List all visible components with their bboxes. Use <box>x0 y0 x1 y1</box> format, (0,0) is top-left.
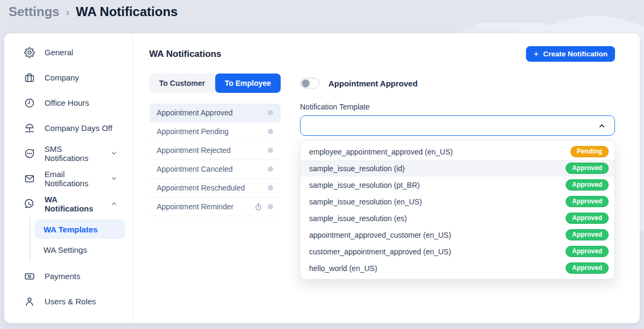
notification-name: Appointment Approved <box>328 79 418 88</box>
chat-bubble-icon <box>24 148 35 159</box>
list-item-appointment-rescheduled[interactable]: Appointment Rescheduled <box>149 179 281 198</box>
list-item-label: Appointment Reminder <box>157 202 233 211</box>
settings-card: General Company Office Hours Company Day… <box>4 33 640 323</box>
stopwatch-icon <box>254 203 262 211</box>
dropdown-option[interactable]: employee_appointment_approved (en_US) Pe… <box>301 143 614 160</box>
list-item-label: Appointment Rescheduled <box>157 184 245 192</box>
audience-tabbar: To Customer To Employee <box>149 74 281 93</box>
sidebar-item-label: Payments <box>45 272 80 281</box>
sidebar-item-email-notifications[interactable]: Email Notifications <box>4 166 133 191</box>
sidebar-item-label: Company Days Off <box>45 123 112 133</box>
enable-toggle[interactable] <box>300 78 320 89</box>
beach-umbrella-icon <box>24 122 35 134</box>
option-label: hello_world (en_US) <box>309 264 566 273</box>
dropdown-option[interactable]: sample_issue_resolution (id) Approved <box>301 160 614 177</box>
status-dot <box>268 148 273 153</box>
notification-type-list: Appointment Approved Appointment Pending… <box>149 104 281 216</box>
option-label: sample_issue_resolution (es) <box>309 214 566 223</box>
list-item-appointment-canceled[interactable]: Appointment Canceled <box>149 160 281 179</box>
briefcase-icon <box>24 72 35 84</box>
option-label: sample_issue_resolution (id) <box>309 164 566 173</box>
breadcrumb-separator: › <box>66 6 70 18</box>
template-select[interactable] <box>300 115 615 136</box>
sidebar-item-wa-templates[interactable]: WA Templates <box>35 220 125 239</box>
status-dot <box>268 204 273 209</box>
status-dot <box>268 110 273 115</box>
status-badge: Approved <box>566 196 609 207</box>
page-title: WA Notifications <box>76 4 178 19</box>
breadcrumb-settings-link[interactable]: Settings <box>9 4 60 19</box>
gear-icon <box>24 47 35 59</box>
list-item-label: Appointment Rejected <box>157 146 231 155</box>
list-item-label: Appointment Canceled <box>157 165 233 173</box>
status-badge: Approved <box>566 229 609 240</box>
status-dot <box>268 185 273 191</box>
settings-sidebar: General Company Office Hours Company Day… <box>4 33 133 323</box>
chevron-up-icon <box>111 200 118 207</box>
tab-to-customer[interactable]: To Customer <box>149 74 215 93</box>
status-dot <box>268 129 273 134</box>
sidebar-subitem-label: WA Templates <box>43 225 98 234</box>
status-badge: Approved <box>566 179 609 191</box>
sidebar-item-label: Office Hours <box>45 98 89 107</box>
envelope-icon <box>24 173 35 185</box>
chevron-down-icon <box>111 175 118 182</box>
main-panel: WA Notifications + Create Notification T… <box>133 33 640 323</box>
sidebar-item-wa-notifications[interactable]: WA Notifications <box>4 191 133 216</box>
chevron-down-icon <box>111 150 118 157</box>
list-item-appointment-approved[interactable]: Appointment Approved <box>149 104 281 122</box>
sidebar-item-company[interactable]: Company <box>4 65 133 90</box>
sidebar-item-label: WA Notifications <box>45 195 101 213</box>
status-badge: Approved <box>566 163 609 174</box>
sidebar-item-payments[interactable]: Payments <box>4 264 133 289</box>
breadcrumb: Settings › WA Notifications <box>9 4 178 19</box>
list-item-label: Appointment Pending <box>157 127 229 136</box>
sidebar-subitem-label: WA Settings <box>43 245 87 254</box>
option-label: employee_appointment_approved (en_US) <box>309 148 570 156</box>
section-title: WA Notifications <box>149 49 221 60</box>
dropdown-option[interactable]: customer_appointment_approved (en_US) Ap… <box>301 243 614 260</box>
create-notification-button[interactable]: + Create Notification <box>526 46 615 62</box>
template-field-label: Notification Template <box>300 103 615 111</box>
sidebar-item-label: Email Notifications <box>45 170 101 188</box>
wa-notifications-subgroup: WA Templates WA Settings <box>30 217 133 261</box>
template-dropdown-panel: employee_appointment_approved (en_US) Pe… <box>300 140 615 280</box>
dropdown-option[interactable]: sample_issue_resolution (en_US) Approved <box>301 193 614 210</box>
sidebar-item-users-roles[interactable]: Users & Roles <box>4 289 133 314</box>
plus-icon: + <box>533 49 539 59</box>
sidebar-item-sms-notifications[interactable]: SMS Notifications <box>4 141 133 166</box>
dropdown-option[interactable]: sample_issue_resolution (es) Approved <box>301 210 614 226</box>
clock-icon <box>24 97 35 109</box>
sidebar-item-label: General <box>45 48 73 57</box>
notification-detail-panel: Appointment Approved Notification Templa… <box>300 74 615 280</box>
option-label: appointment_approved_customer (en_US) <box>309 231 566 239</box>
option-label: sample_issue_resolution (pt_BR) <box>309 181 566 189</box>
main-header: WA Notifications + Create Notification <box>149 46 615 62</box>
status-badge: Approved <box>566 262 609 274</box>
whatsapp-icon <box>24 198 35 210</box>
sidebar-item-label: Users & Roles <box>45 297 96 306</box>
dropdown-option[interactable]: sample_issue_resolution (pt_BR) Approved <box>301 177 614 193</box>
sidebar-item-wa-settings[interactable]: WA Settings <box>35 240 125 259</box>
list-item-appointment-reminder[interactable]: Appointment Reminder <box>149 198 281 216</box>
option-label: customer_appointment_approved (en_US) <box>309 247 566 256</box>
list-item-appointment-pending[interactable]: Appointment Pending <box>149 122 281 141</box>
sidebar-item-company-days-off[interactable]: Company Days Off <box>4 115 133 141</box>
list-item-label: Appointment Approved <box>157 108 233 117</box>
user-icon <box>24 296 35 308</box>
banknote-icon <box>24 270 35 282</box>
enable-toggle-row: Appointment Approved <box>300 74 615 93</box>
notification-list-column: To Customer To Employee Appointment Appr… <box>149 74 281 216</box>
chevron-up-icon[interactable] <box>598 122 606 130</box>
list-item-appointment-rejected[interactable]: Appointment Rejected <box>149 141 281 160</box>
sidebar-item-general[interactable]: General <box>4 40 133 65</box>
status-badge: Pending <box>570 146 609 157</box>
sidebar-item-label: Company <box>45 73 79 82</box>
sidebar-item-office-hours[interactable]: Office Hours <box>4 90 133 115</box>
status-badge: Approved <box>566 246 609 257</box>
dropdown-option[interactable]: appointment_approved_customer (en_US) Ap… <box>301 226 614 243</box>
tab-to-employee[interactable]: To Employee <box>215 74 281 93</box>
create-notification-label: Create Notification <box>543 50 608 58</box>
status-dot <box>268 166 273 172</box>
dropdown-option[interactable]: hello_world (en_US) Approved <box>301 260 614 276</box>
